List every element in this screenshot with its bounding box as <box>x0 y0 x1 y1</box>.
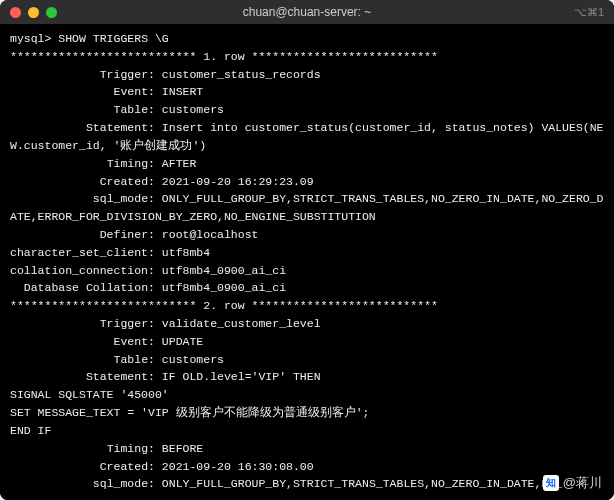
trigger-definer: root@localhost <box>162 228 259 241</box>
trigger-statement: Insert into customer_status(customer_id,… <box>10 121 604 152</box>
close-icon[interactable] <box>10 7 21 18</box>
window-title: chuan@chuan-server: ~ <box>0 5 614 19</box>
trigger-event: UPDATE <box>162 335 203 348</box>
trigger-event: INSERT <box>162 85 203 98</box>
row-separator: *************************** 1. row *****… <box>10 50 438 63</box>
trigger-table: customers <box>162 103 224 116</box>
trigger-table: customers <box>162 353 224 366</box>
window-shortcut: ⌥⌘1 <box>574 6 604 19</box>
trigger-sqlmode: ONLY_FULL_GROUP_BY,STRICT_TRANS_TABLES,N… <box>10 192 604 223</box>
trigger-created: 2021-09-20 16:29:23.09 <box>162 175 314 188</box>
trigger-collation-conn: utf8mb4_0900_ai_ci <box>162 264 286 277</box>
trigger-statement: IF OLD.level='VIP' THEN SIGNAL SQLSTATE … <box>10 370 369 436</box>
command: SHOW TRIGGERS \G <box>58 32 168 45</box>
trigger-db-collation: utf8mb4_0900_ai_ci <box>162 281 286 294</box>
terminal-window: chuan@chuan-server: ~ ⌥⌘1 mysql> SHOW TR… <box>0 0 614 500</box>
terminal-output[interactable]: mysql> SHOW TRIGGERS \G ****************… <box>0 24 614 500</box>
maximize-icon[interactable] <box>46 7 57 18</box>
minimize-icon[interactable] <box>28 7 39 18</box>
trigger-sqlmode: ONLY_FULL_GROUP_BY,STRICT_TRANS_TABLES,N… <box>162 477 562 490</box>
trigger-timing: BEFORE <box>162 442 203 455</box>
row-separator: *************************** 2. row *****… <box>10 299 438 312</box>
titlebar: chuan@chuan-server: ~ ⌥⌘1 <box>0 0 614 24</box>
prompt: mysql> <box>10 32 58 45</box>
trigger-name: validate_customer_level <box>162 317 321 330</box>
traffic-lights <box>0 7 57 18</box>
trigger-created: 2021-09-20 16:30:08.00 <box>162 460 314 473</box>
trigger-timing: AFTER <box>162 157 197 170</box>
trigger-charset: utf8mb4 <box>162 246 210 259</box>
trigger-name: customer_status_records <box>162 68 321 81</box>
